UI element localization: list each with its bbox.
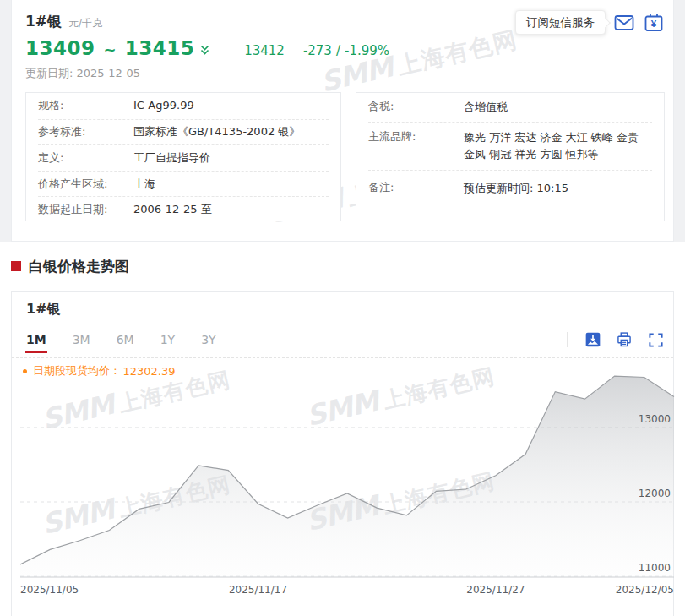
svg-text:12000: 12000 (639, 488, 671, 499)
avg-label-text: 日期段现货均价 : (33, 363, 117, 379)
info-row-date-range: 数据起止日期: 2006-12-25 至 -- (38, 196, 329, 221)
svg-text:2025/11/05: 2025/11/05 (20, 584, 79, 596)
price-alert-icon[interactable]: ¥ (643, 12, 665, 34)
svg-text:2025/12/05: 2025/12/05 (616, 584, 674, 596)
tax-brand-panel: 含税: 含增值税 主流品牌: 豫光 万洋 宏达 济金 大江 铁峰 金贵 金凤 铜… (356, 92, 665, 221)
chart-area: 日期段现货均价 : 12302.39 SMM上海有色网 SMM上海有色网 SMM… (20, 358, 665, 605)
spec-info-panel: 规格: IC-Ag99.99 参考标准: 国家标准《GB/T4135-2002 … (25, 92, 341, 221)
fullscreen-icon[interactable] (647, 331, 664, 348)
info-value: 国家标准《GB/T4135-2002 银》 (133, 123, 300, 140)
print-icon[interactable] (616, 331, 633, 348)
info-row-region: 价格产生区域: 上海 (38, 171, 329, 197)
price-low: 13409 (25, 37, 95, 59)
tab-1m[interactable]: 1M (26, 333, 46, 346)
info-label: 价格产生区域: (38, 177, 133, 192)
avg-value: 12302.39 (123, 365, 176, 378)
info-label: 定义: (38, 150, 133, 166)
tab-3y[interactable]: 3Y (201, 333, 215, 346)
svg-text:11000: 11000 (639, 562, 671, 574)
price-average: 13412 (244, 43, 285, 58)
update-date-value: 2025-12-05 (77, 67, 141, 79)
info-row-standard: 参考标准: 国家标准《GB/T4135-2002 银》 (38, 119, 329, 145)
smm-silver-price-page: { "colors": { "green": "#18a05e", "red":… (0, 0, 685, 616)
tab-1y[interactable]: 1Y (160, 333, 175, 346)
subscribe-sms-button[interactable]: 订阅短信服务 (515, 10, 606, 35)
silver-price-trend-chart[interactable]: 1100012000130002025/11/052025/11/172025/… (20, 358, 676, 605)
price-chart-card: 1#银 1M 3M 6M 1Y 3Y 日期段现货均价 : 12302.39 SM… (11, 291, 674, 616)
svg-text:¥: ¥ (651, 19, 657, 29)
info-value: 工厂自提指导价 (133, 150, 210, 166)
product-title: 1#银 (25, 12, 62, 31)
info-value: 豫光 万洋 宏达 济金 大江 铁峰 金贵 金凤 铜冠 祥光 方圆 恒邦等 (464, 129, 652, 163)
price-change-separator: / (336, 43, 340, 58)
price-tilde: ~ (104, 41, 117, 58)
price-summary-card: SMM上海有色网 SMM上海有色网 1#银 元/千克 13409 ~ 13415… (11, 0, 674, 242)
info-value: 含增值税 (464, 99, 508, 116)
info-row-note: 备注: 预估更新时间: 10:15 (368, 170, 652, 203)
info-value: 上海 (133, 176, 155, 193)
info-label: 数据起止日期: (38, 202, 133, 217)
save-image-icon[interactable] (584, 331, 601, 348)
period-average-label: 日期段现货均价 : 12302.39 (23, 363, 176, 379)
chart-product-title: 1#银 (26, 301, 673, 319)
info-label: 主流品牌: (368, 129, 464, 163)
info-label: 参考标准: (38, 124, 133, 139)
price-change-percent: -1.99% (345, 43, 389, 58)
watermark: SMM上海有色网 (318, 21, 521, 100)
orange-dot-icon (23, 369, 27, 373)
info-label: 备注: (368, 180, 464, 197)
info-value: IC-Ag99.99 (133, 97, 194, 114)
price-down-arrow-icon (199, 43, 210, 59)
info-row-definition: 定义: 工厂自提指导价 (38, 144, 329, 171)
price-unit: 元/千克 (68, 16, 102, 30)
chart-range-tabs: 1M 3M 6M 1Y 3Y (26, 330, 664, 349)
section-title: 白银价格走势图 (29, 257, 129, 276)
chart-section-heading: 白银价格走势图 (0, 242, 685, 291)
price-range-row: 13409 ~ 13415 13412 -273 / -1.99% (25, 37, 665, 59)
svg-text:2025/11/27: 2025/11/27 (466, 584, 525, 596)
info-label: 规格: (38, 98, 133, 113)
info-value: 2006-12-25 至 -- (133, 201, 223, 218)
info-row-tax: 含税: 含增值税 (368, 93, 652, 122)
update-date-label: 更新日期: (25, 67, 73, 79)
info-row-brands: 主流品牌: 豫光 万洋 宏达 济金 大江 铁峰 金贵 金凤 铜冠 祥光 方圆 恒… (368, 122, 652, 170)
info-value: 预估更新时间: 10:15 (464, 180, 568, 197)
info-row-spec: 规格: IC-Ag99.99 (38, 93, 329, 119)
price-summary-zone: SMM上海有色网 SMM上海有色网 1#银 元/千克 13409 ~ 13415… (0, 0, 685, 242)
price-high: 13415 (125, 37, 195, 59)
info-label: 含税: (368, 99, 464, 116)
tab-3m[interactable]: 3M (73, 333, 90, 346)
tab-6m[interactable]: 6M (117, 333, 134, 346)
red-square-bullet-icon (11, 261, 21, 271)
price-change: -273 (303, 43, 332, 58)
svg-text:13000: 13000 (639, 413, 671, 425)
mail-subscribe-icon[interactable] (613, 12, 635, 34)
svg-text:2025/11/17: 2025/11/17 (229, 584, 287, 596)
toolbar-divider (567, 332, 568, 347)
subscribe-group: 订阅短信服务 ¥ (515, 10, 665, 35)
